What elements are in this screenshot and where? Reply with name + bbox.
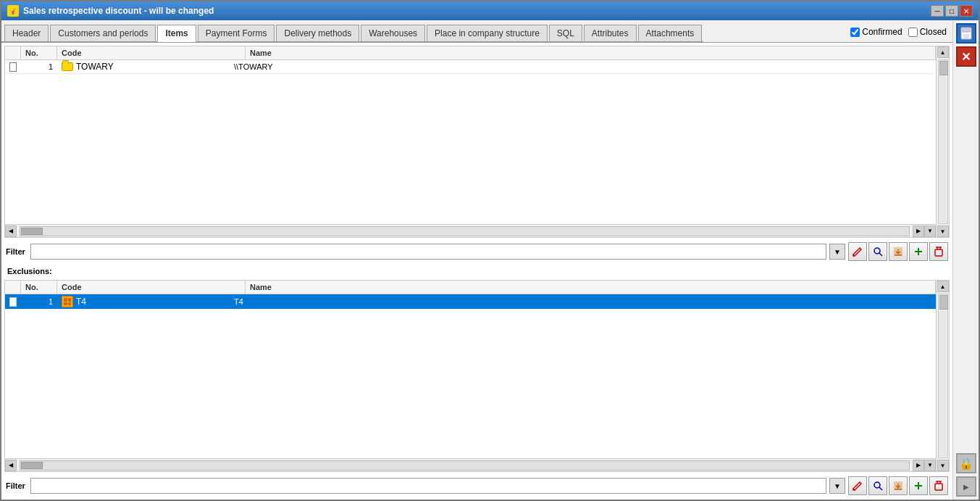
row-checkbox[interactable]	[9, 62, 17, 72]
filter-bottom-dropdown[interactable]: ▼	[829, 478, 845, 494]
bottom-action-buttons	[848, 476, 948, 495]
tab-sql[interactable]: SQL	[549, 25, 582, 41]
svg-line-1	[879, 253, 882, 256]
main-table-header: No. Code Name	[5, 46, 936, 60]
title-bar-left: 💰 Sales retrospective discount - will be…	[7, 5, 214, 17]
excl-v-scroll-thumb	[939, 295, 948, 310]
excl-row-name: T4	[230, 296, 936, 307]
tab-attachments[interactable]: Attachments	[638, 25, 703, 41]
delete-top-btn[interactable]	[929, 242, 948, 261]
exclusions-table-with-scroll: No. Code Name 1	[5, 281, 949, 471]
top-action-buttons	[848, 242, 948, 261]
exclusions-table-body: 1 T4	[5, 294, 936, 458]
add-top-btn[interactable]	[909, 242, 928, 261]
tab-attributes[interactable]: Attributes	[584, 25, 637, 41]
h-scroll-track[interactable]	[20, 226, 910, 236]
scroll-right-btn[interactable]: ▶	[913, 225, 924, 237]
excl-row-no: 1	[21, 296, 57, 307]
add-bottom-btn[interactable]	[909, 476, 928, 495]
scroll-down-btn[interactable]: ▼	[924, 225, 936, 237]
excl-row-code: T4	[57, 294, 230, 309]
excl-th-checkbox	[5, 281, 21, 294]
v-scroll-up-btn[interactable]: ▲	[937, 46, 949, 58]
main-table-body: 1 TOWARY \\TOWARY	[5, 60, 936, 224]
svg-rect-19	[963, 28, 970, 32]
item-icon	[62, 296, 73, 307]
closed-label: Closed	[920, 27, 947, 37]
tab-customers[interactable]: Customers and periods	[50, 25, 156, 41]
excl-h-scroll-track[interactable]	[20, 460, 910, 471]
filter-top-input[interactable]	[30, 244, 826, 260]
scroll-left-btn[interactable]: ◀	[5, 225, 17, 237]
form-area: Header Customers and periods Items Payme…	[1, 20, 952, 500]
excl-th-no: No.	[21, 281, 57, 294]
svg-line-10	[879, 487, 882, 490]
exclusions-table-main: No. Code Name 1	[5, 281, 936, 471]
edit-top-btn[interactable]	[848, 242, 867, 261]
excl-th-name: Name	[246, 281, 936, 294]
v-scroll-down-btn[interactable]: ▼	[937, 225, 949, 237]
filter-top-dropdown[interactable]: ▼	[829, 244, 845, 260]
close-button[interactable]: ✕	[960, 5, 973, 17]
th-code: Code	[57, 46, 246, 59]
excl-row-checkbox[interactable]	[9, 297, 17, 307]
row-no: 1	[21, 61, 57, 73]
save-button[interactable]	[956, 23, 976, 44]
title-controls: ─ □ ✕	[931, 5, 973, 17]
search-top-btn[interactable]	[868, 242, 887, 261]
confirmed-checkbox[interactable]	[850, 28, 860, 37]
table-row[interactable]: 1 TOWARY \\TOWARY	[5, 60, 936, 74]
tab-header[interactable]: Header	[4, 25, 49, 41]
excl-scroll-left-btn[interactable]: ◀	[5, 460, 17, 471]
excl-v-scrollbar: ▲ ▼	[936, 281, 949, 471]
import-bottom-btn[interactable]	[889, 476, 908, 495]
main-v-scrollbar: ▲ ▼	[936, 46, 949, 237]
tab-delivery[interactable]: Delivery methods	[276, 25, 359, 41]
main-table-section: No. Code Name 1	[4, 46, 950, 238]
minimize-button[interactable]: ─	[931, 5, 944, 17]
main-table-main: No. Code Name 1	[5, 46, 936, 237]
row-name: \\TOWARY	[230, 61, 936, 73]
lock-button[interactable]: 🔒	[956, 453, 976, 473]
maximize-button[interactable]: □	[945, 5, 958, 17]
closed-checkbox[interactable]	[908, 28, 918, 37]
tab-items[interactable]: Items	[157, 25, 196, 42]
svg-rect-5	[935, 249, 942, 256]
arrow-button[interactable]: ▶	[956, 476, 976, 497]
svg-point-0	[874, 248, 880, 254]
exclusions-table-section: No. Code Name 1	[4, 280, 950, 472]
cancel-button[interactable]: ✕	[956, 46, 976, 67]
filter-top-label: Filter	[6, 247, 28, 256]
excl-v-scroll-up-btn[interactable]: ▲	[937, 281, 949, 292]
import-top-btn[interactable]	[889, 242, 908, 261]
window-title: Sales retrospective discount - will be c…	[23, 6, 214, 16]
row-checkbox-cell	[5, 61, 21, 73]
excl-scroll-down-btn[interactable]: ▼	[924, 460, 936, 471]
edit-bottom-btn[interactable]	[848, 476, 867, 495]
tab-payment[interactable]: Payment Forms	[198, 25, 275, 41]
tabs-row: Header Customers and periods Items Payme…	[1, 20, 952, 43]
app-icon: 💰	[7, 5, 19, 17]
v-scroll-track[interactable]	[938, 59, 948, 224]
excl-v-scroll-track[interactable]	[938, 294, 948, 458]
exclusions-table-header: No. Code Name	[5, 281, 936, 294]
tab-place[interactable]: Place in company structure	[427, 25, 548, 41]
excl-h-scrollbar: ◀ ▶ ▼	[5, 458, 936, 471]
excl-v-scroll-down-btn[interactable]: ▼	[937, 460, 949, 471]
delete-bottom-btn[interactable]	[929, 476, 948, 495]
closed-control[interactable]: Closed	[908, 27, 947, 37]
lock-icon: 🔒	[959, 457, 973, 471]
row-code: TOWARY	[57, 60, 230, 73]
svg-rect-20	[963, 34, 969, 38]
excl-scroll-right-btn[interactable]: ▶	[913, 460, 924, 471]
exclusions-row[interactable]: 1 T4	[5, 294, 936, 310]
tabs-container: Header Customers and periods Items Payme…	[1, 22, 703, 42]
svg-point-9	[874, 482, 880, 488]
excl-th-code: Code	[57, 281, 246, 294]
th-name: Name	[246, 46, 936, 59]
search-bottom-btn[interactable]	[868, 476, 887, 495]
confirmed-control[interactable]: Confirmed	[850, 27, 902, 37]
tab-warehouses[interactable]: Warehouses	[361, 25, 425, 41]
filter-bottom-input[interactable]	[30, 478, 826, 494]
right-sidebar: ✕ 🔒 ▶	[952, 20, 979, 500]
